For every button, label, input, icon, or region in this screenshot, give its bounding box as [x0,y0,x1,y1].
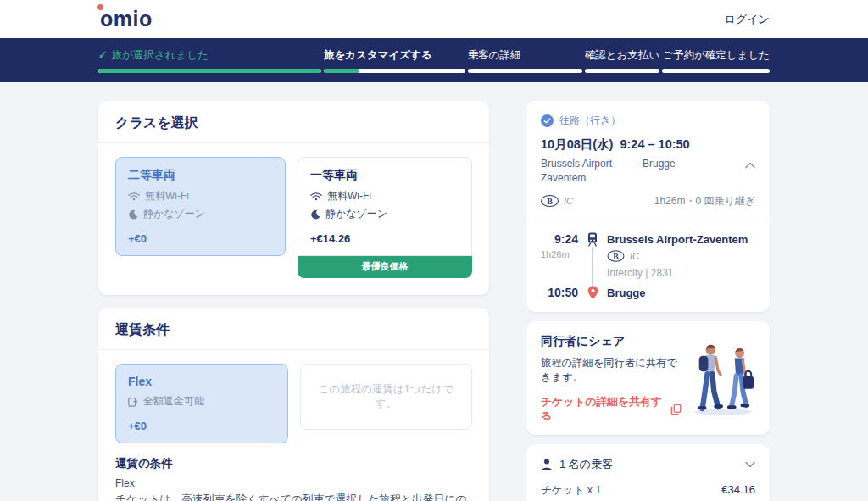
wifi-icon [128,192,140,201]
step-label: 乗客の詳細 [468,48,582,63]
leg-service-code: IC [630,251,639,261]
quiet-zone-moon-icon [128,209,138,220]
fare-conditions-card: 運賃条件 Flex 全額返金可能 +€0 この旅程の運賃は1つだけです。 [98,308,489,501]
fare-conditions-text: チケットは、高速列車を除くすべての列車で選択した旅程と出発日にのみ有効です。未使… [115,491,472,501]
check-circle-icon [541,114,554,127]
share-title: 同行者にシェア [541,334,682,349]
selection-column: クラスを選択 二等車両 無料Wi-Fi 静かなゾーン [98,101,489,501]
checkout-progress: ✓旅が選択されました 旅をカスタマイズする 乗客の詳細 確認とお支払い ご予約が… [0,38,868,82]
passengers-card: 1 名の乗客 チケット x 1 €34.16 合計(税込) €34.16 [526,444,770,501]
share-card: 同行者にシェア 旅程の詳細を同行者に共有できます。 チケットの詳細を共有する [526,321,770,435]
fare-placeholder-note: この旅程の運賃は1つだけです。 [300,364,472,430]
progress-bar [662,69,770,73]
step-label: 旅をカスタマイズする [324,48,465,63]
progress-step-review-pay: 確認とお支払い [585,48,659,73]
copy-icon [670,404,682,415]
fare-option-name: Flex [128,375,275,388]
depart-time: 9:24 [541,232,578,246]
booking-page: omio ログイン ✓旅が選択されました 旅をカスタマイズする 乗客の詳細 確認… [0,0,868,501]
class-option-name: 二等車両 [128,168,273,183]
step-label: 確認とお支払い [585,48,659,63]
fare-section-title: 運賃条件 [115,321,472,349]
service-code: IC [564,196,573,206]
class-option-price: +€14.26 [310,232,459,245]
main-content: クラスを選択 二等車両 無料Wi-Fi 静かなゾーン [0,82,868,501]
class-option-name: 一等車両 [310,168,459,183]
step-label: 旅が選択されました [111,49,208,61]
step-label: ご予約が確定しました [662,48,770,63]
arrive-station: Brugge [607,286,646,299]
share-link-label: チケットの詳細を共有する [541,395,665,424]
class-option-price: +€0 [128,232,273,245]
journey-date: 10月08日(水) [541,137,613,151]
login-link[interactable]: ログイン [725,12,770,27]
sncb-carrier-logo: B [608,250,625,261]
class-option-first-wrap: 一等車両 無料Wi-Fi 静かなゾーン +€14.26 [298,157,472,278]
progress-step-passenger-details: 乗客の詳細 [468,48,582,73]
ticket-price-row: チケット x 1 €34.16 [541,483,755,498]
sncb-carrier-logo: B [541,195,559,207]
progress-step-trip-selected: ✓旅が選択されました [98,48,321,73]
depart-station: Brussels Airport-Zaventem [607,232,748,246]
leg-train-detail: Intercity | 2831 [607,267,674,279]
train-icon [587,232,598,247]
journey-duration-transfers: 1h26m・0 回乗り継ぎ [654,194,755,209]
amenity-label: 静かなゾーン [326,207,387,221]
route-from-station: Brussels Airport-Zaventem [541,157,636,186]
passenger-person-icon [541,459,553,470]
best-price-badge: 最優良価格 [298,256,472,278]
class-section-title: クラスを選択 [115,114,472,142]
share-ticket-details-link[interactable]: チケットの詳細を共有する [541,395,682,424]
quiet-zone-moon-icon [310,209,320,220]
leg-duration: 1h26m [541,247,578,259]
ticket-label: チケット x 1 [541,483,601,498]
top-bar: omio ログイン [0,0,868,38]
fare-feature-label: 全額返金可能 [143,394,204,409]
journey-summary-card: 往路（行き） 10月08日(水)9:24 – 10:50 Brussels Ai… [526,101,770,312]
divider [526,220,770,220]
ticket-value: €34.16 [721,483,755,498]
progress-step-customize-trip: 旅をカスタマイズする [324,48,465,73]
share-description: 旅程の詳細を同行者に共有できます。 [541,356,682,385]
fare-conditions-heading: 運賃の条件 [115,456,472,471]
wifi-icon [310,192,322,201]
check-icon: ✓ [98,49,107,61]
logo-dot-icon [97,4,103,10]
amenity-label: 無料Wi-Fi [327,189,371,203]
fare-option-price: +€0 [128,420,275,432]
collapse-chevron-up-icon[interactable] [745,157,755,186]
progress-step-booking-confirmed: ご予約が確定しました [662,48,770,73]
progress-bar [468,69,582,73]
divider [98,142,489,143]
expand-chevron-down-icon[interactable] [745,458,755,470]
route-to-station: Brugge [643,157,676,186]
arrive-time: 10:50 [541,286,578,299]
passengers-title: 1 名の乗客 [559,457,613,472]
class-option-second-class[interactable]: 二等車両 無料Wi-Fi 静かなゾーン +€0 [115,157,286,256]
progress-bar [324,69,465,73]
journey-time-range: 9:24 – 10:50 [620,137,689,151]
logo-text: omio [100,7,153,31]
timeline-connector-line [592,247,593,286]
class-selection-card: クラスを選択 二等車両 無料Wi-Fi 静かなゾーン [98,101,489,295]
trip-summary-sidebar: 往路（行き） 10月08日(水)9:24 – 10:50 Brussels Ai… [526,101,770,501]
fare-option-flex[interactable]: Flex 全額返金可能 +€0 [115,364,288,443]
amenity-label: 静かなゾーン [143,207,205,221]
timeline-arrival-row: 10:50 Brugge [541,286,755,300]
direction-label: 往路（行き） [559,114,620,128]
divider [98,349,489,350]
progress-bar [585,69,659,73]
refundable-icon [128,397,138,407]
class-option-first-class[interactable]: 一等車両 無料Wi-Fi 静かなゾーン +€14.26 [298,157,472,256]
location-pin-icon [587,286,598,300]
route-separator: - [636,157,639,186]
travelers-illustration [688,334,758,424]
omio-logo[interactable]: omio [98,7,153,31]
timeline-leg-row: 1h26m B IC Intercity | 2831 [541,247,755,286]
amenity-label: 無料Wi-Fi [145,189,189,203]
timeline-departure-row: 9:24 Brussels Airport-Zaventem [541,232,755,247]
progress-bar [98,69,321,73]
fare-conditions-fare-name: Flex [115,477,472,489]
